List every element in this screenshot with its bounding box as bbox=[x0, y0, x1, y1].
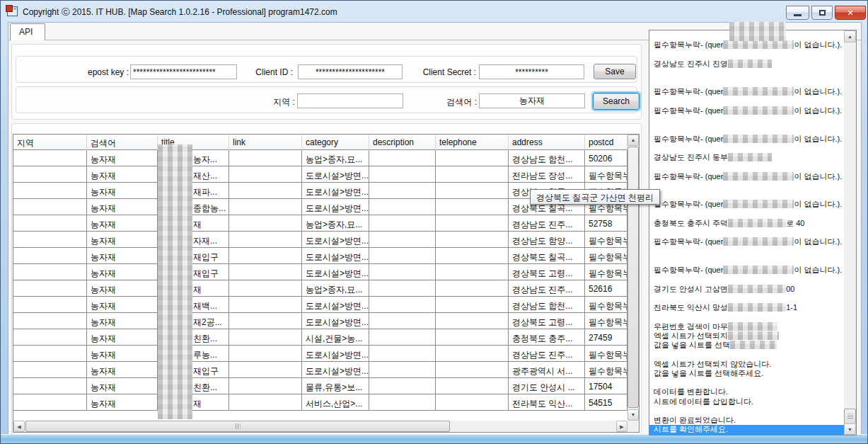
cell-link bbox=[229, 215, 302, 232]
table-row[interactable]: 농자재농자...농업>종자,묘...경상남도 합천...50206 bbox=[13, 150, 627, 166]
log-line[interactable] bbox=[649, 115, 844, 125]
log-line[interactable] bbox=[649, 256, 844, 266]
table-vertical-scrollbar[interactable]: ▲ ▼ bbox=[627, 135, 639, 421]
scroll-down-button[interactable]: ▼ bbox=[627, 409, 639, 421]
table-row[interactable]: 농자재재입구도로시설>방면...경상북도 칠곡...필수항목누락 bbox=[13, 248, 627, 264]
table-row[interactable]: 농자재재2공...도로시설>방면...경상북도 고령...필수항목누락 bbox=[13, 313, 627, 329]
log-line[interactable] bbox=[649, 125, 844, 134]
log-line[interactable]: 엑셀 시트가 선택되지 않았습니다. bbox=[649, 360, 844, 369]
cell-region bbox=[13, 329, 87, 346]
log-line[interactable]: 필수항목누락- (quer이 없습니다.). bbox=[649, 106, 844, 115]
table-row[interactable]: 농자재재입구도로시설>방면...광주광역시 서...필수항목누락 bbox=[13, 362, 627, 378]
save-button[interactable]: Save bbox=[594, 64, 636, 79]
log-line[interactable] bbox=[649, 406, 844, 416]
log-line[interactable] bbox=[649, 78, 844, 87]
cell-address: 경상남도 진주... bbox=[509, 280, 585, 297]
column-header-link[interactable]: link bbox=[229, 135, 302, 150]
column-header-telephone[interactable]: telephone bbox=[436, 135, 509, 150]
log-line[interactable]: 경상남도 진주시 동부 bbox=[649, 153, 844, 162]
log-line[interactable] bbox=[649, 350, 844, 359]
cell-description bbox=[369, 199, 436, 215]
client-id-input[interactable] bbox=[298, 64, 403, 79]
title-bar[interactable]: Copyright ⓒ 2015. IT HUB. [Map Search 1.… bbox=[1, 1, 867, 22]
column-header-address[interactable]: address bbox=[509, 135, 585, 150]
log-line[interactable] bbox=[649, 181, 844, 190]
column-header-keyword[interactable]: 검색어 bbox=[87, 135, 158, 150]
log-line[interactable] bbox=[649, 69, 844, 78]
log-line[interactable] bbox=[649, 50, 844, 59]
log-line[interactable] bbox=[649, 312, 844, 321]
log-line[interactable]: 시트에 데이터를 삽입합니다. bbox=[649, 397, 844, 406]
scroll-up-button[interactable]: ▲ bbox=[844, 30, 856, 42]
log-line[interactable]: 값을 넣을 시트를 선택 bbox=[649, 341, 844, 350]
arrow-down-icon: ▼ bbox=[847, 427, 852, 432]
tab-api[interactable]: API bbox=[10, 23, 45, 40]
log-line[interactable]: 엑셀 시트가 선택되지 bbox=[649, 331, 844, 341]
table-row[interactable]: 농자재친환...시설,건물>농...충청북도 충주...27459 bbox=[13, 329, 627, 346]
column-header-postcd[interactable]: postcd bbox=[585, 135, 627, 150]
log-line[interactable]: 필수항목누락- (quer이 없습니다.). bbox=[649, 40, 844, 50]
log-text: 엑셀 시트가 선택되지 bbox=[654, 331, 728, 340]
log-line[interactable]: 전라북도 익산시 망성1-1 bbox=[649, 303, 844, 312]
log-line[interactable] bbox=[649, 378, 844, 387]
scroll-down-button[interactable]: ▼ bbox=[844, 423, 856, 435]
table-row[interactable]: 농자재재산...도로시설>방면...전라남도 장성...필수항목누락 bbox=[13, 166, 627, 183]
table-row[interactable]: 농자재재입구도로시설>방면...경상북도 고령...필수항목누락 bbox=[13, 264, 627, 280]
log-line[interactable] bbox=[649, 144, 844, 153]
close-button[interactable]: ✕ bbox=[835, 6, 866, 20]
cell-description bbox=[369, 166, 436, 183]
log-line[interactable] bbox=[649, 210, 844, 219]
log-line[interactable] bbox=[649, 228, 844, 237]
cell-postcd: 52616 bbox=[585, 280, 627, 297]
maximize-button[interactable] bbox=[811, 6, 833, 20]
window-title: Copyright ⓒ 2015. IT HUB. [Map Search 1.… bbox=[23, 6, 337, 18]
log-line[interactable]: 경기도 안성시 고삼면00 bbox=[649, 285, 844, 294]
search-button[interactable]: Search bbox=[593, 93, 640, 110]
log-line[interactable]: 필수항목누락- (quer이 없습니다.). bbox=[649, 172, 844, 181]
scroll-right-button[interactable]: ▶ bbox=[616, 421, 627, 432]
table-row[interactable]: 농자재재서비스,산업>...전라북도 익산...54515 bbox=[13, 394, 627, 411]
log-line[interactable]: 필수항목누락- (quer이 없습니다.). bbox=[649, 87, 844, 96]
table-vscroll-thumb[interactable] bbox=[627, 147, 639, 408]
minimize-button[interactable] bbox=[786, 6, 809, 20]
log-line[interactable]: 필수항목누락- (quer이 없습니다.). bbox=[649, 200, 844, 209]
blurred-text-region bbox=[723, 172, 794, 181]
table-hscroll-thumb[interactable] bbox=[25, 421, 450, 432]
table-row[interactable]: 농자재재백...도로시설>방면...경상남도 합천...필수항목누락 bbox=[13, 297, 627, 313]
log-line[interactable]: 경상남도 진주시 진영 bbox=[649, 59, 844, 69]
log-line[interactable]: 필수항목누락- (quer이 없습니다.). bbox=[649, 266, 844, 275]
client-secret-input[interactable] bbox=[479, 64, 584, 79]
log-line[interactable] bbox=[649, 190, 844, 200]
log-vscroll-thumb[interactable] bbox=[844, 409, 856, 424]
table-row[interactable]: 농자재친환...물류,유통>보...경기도 안성시 ...17504 bbox=[13, 378, 627, 394]
log-line[interactable] bbox=[649, 97, 844, 106]
log-line[interactable] bbox=[649, 162, 844, 171]
log-line[interactable]: 충청북도 충주시 주덕로 40 bbox=[649, 219, 844, 228]
table-row[interactable]: 농자재자재...도로시설>방면...경상남도 함양...필수항목누락 bbox=[13, 232, 627, 248]
cell-address: 경상남도 진주... bbox=[509, 215, 585, 232]
scroll-up-button[interactable]: ▲ bbox=[627, 135, 639, 146]
column-header-description[interactable]: description bbox=[369, 135, 436, 150]
table-row[interactable]: 농자재재농업>종자,묘...경상남도 진주...52758 bbox=[13, 215, 627, 232]
log-line[interactable]: 변환이 완료되었습니다. bbox=[649, 416, 844, 425]
scroll-left-button[interactable]: ◀ bbox=[13, 421, 25, 432]
epost-key-input[interactable] bbox=[130, 64, 237, 79]
log-line[interactable] bbox=[649, 294, 844, 303]
column-header-category[interactable]: category bbox=[302, 135, 369, 150]
log-line-selected[interactable]: 시트를 확인해주세요. bbox=[649, 425, 844, 434]
log-line[interactable]: 필수항목누락- (quer이 없습니다.). bbox=[649, 135, 844, 144]
log-vertical-scrollbar[interactable]: ▲ ▼ bbox=[844, 30, 856, 435]
table-horizontal-scrollbar[interactable]: ◀ ▶ bbox=[13, 421, 627, 432]
table-row[interactable]: 농자재루농...도로시설>방면...경상남도 진주...필수항목누락 bbox=[13, 346, 627, 362]
column-header-region[interactable]: 지역 bbox=[13, 135, 87, 150]
region-input[interactable] bbox=[297, 93, 403, 108]
cell-keyword: 농자재 bbox=[87, 280, 158, 297]
log-line[interactable]: 값을 넣을 시트를 선택해주세요. bbox=[649, 369, 844, 378]
log-line[interactable] bbox=[649, 247, 844, 256]
log-line[interactable]: 우편번호 검색이 마무 bbox=[649, 322, 844, 331]
log-line[interactable]: 필수항목누락- (quer이 없습니다.). bbox=[649, 237, 844, 246]
log-line[interactable] bbox=[649, 275, 844, 284]
log-line[interactable]: 데이터를 변환합니다. bbox=[649, 387, 844, 397]
table-row[interactable]: 농자재재농업>종자,묘...경상남도 진주...52616 bbox=[13, 280, 627, 297]
keyword-input[interactable] bbox=[479, 93, 585, 108]
